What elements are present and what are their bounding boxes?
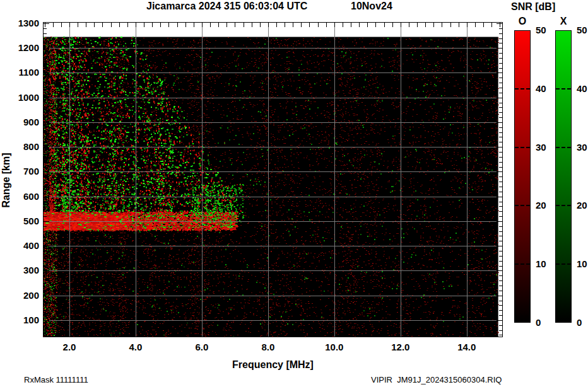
colorbar-tick-label-O-30: 30 — [536, 142, 555, 153]
ionogram-plot — [43, 22, 503, 337]
colorbar-tick-label-X-20: 20 — [577, 200, 588, 211]
colorbar-tick-label-O-40: 40 — [536, 84, 555, 94]
colorbar-x-label: X — [555, 16, 572, 27]
x-tick-label-4.0: 4.0 — [120, 342, 151, 352]
figure-date: 10Nov24 — [351, 1, 392, 12]
figure-title: Jicamarca 2024 315 06:03:04 UTC — [146, 1, 307, 12]
colorbar-tick-dash — [556, 263, 571, 265]
colorbar-o-gradient — [514, 30, 531, 323]
colorbar-tick-dash — [515, 88, 530, 90]
x-tick-label-12.0: 12.0 — [385, 342, 416, 352]
y-tick-label-1300: 1300 — [8, 18, 39, 28]
x-tick-label-2.0: 2.0 — [54, 342, 85, 352]
colorbar-tick-dash — [556, 147, 571, 148]
y-tick-label-700: 700 — [8, 166, 39, 176]
colorbar-tick-dash — [515, 263, 530, 265]
x-tick-label-10.0: 10.0 — [319, 342, 350, 352]
colorbar-tick-label-O-20: 20 — [536, 200, 555, 211]
y-tick-label-200: 200 — [8, 291, 39, 301]
ionogram-figure: Jicamarca 2024 315 06:03:04 UTC 10Nov24 … — [0, 0, 588, 387]
colorbar-tick-dash — [515, 147, 530, 148]
y-tick-label-1200: 1200 — [8, 43, 39, 53]
colorbar-x-gradient — [555, 30, 572, 323]
x-tick-label-8.0: 8.0 — [252, 342, 284, 352]
colorbar-tick-label-X-40: 40 — [577, 84, 588, 94]
colorbar-tick-dash — [556, 88, 571, 90]
colorbar-tick-dash — [515, 205, 530, 206]
colorbar-tick-label-O-50: 50 — [536, 25, 555, 35]
footer-filename: VIPIR JM91J_2024315060304.RIQ — [371, 375, 502, 384]
y-tick-label-600: 600 — [8, 192, 39, 202]
x-tick-label-14.0: 14.0 — [451, 342, 483, 352]
y-tick-label-500: 500 — [8, 216, 39, 226]
y-tick-label-1000: 1000 — [8, 93, 39, 103]
y-tick-label-100: 100 — [8, 315, 39, 325]
colorbar-title: SNR [dB] — [511, 1, 555, 13]
colorbar-o-label: O — [514, 16, 531, 27]
footer-rxmask: RxMask 11111111 — [24, 375, 88, 384]
colorbar-tick-label-O-0: 0 — [536, 318, 555, 328]
x-tick-label-6.0: 6.0 — [186, 342, 218, 352]
colorbar-tick-label-X-50: 50 — [577, 25, 588, 35]
x-axis-label: Frequency [MHz] — [43, 359, 503, 371]
y-tick-label-400: 400 — [8, 241, 39, 251]
colorbar-tick-label-O-10: 10 — [536, 259, 555, 269]
y-tick-label-900: 900 — [8, 117, 39, 127]
colorbar-tick-label-X-0: 0 — [577, 318, 588, 328]
colorbar-tick-label-X-30: 30 — [577, 142, 588, 153]
colorbar-tick-label-X-10: 10 — [577, 259, 588, 269]
colorbar-tick-dash — [556, 205, 571, 206]
y-axis-label: Range [km] — [1, 149, 12, 212]
y-tick-label-800: 800 — [8, 142, 39, 152]
y-tick-label-1100: 1100 — [8, 67, 39, 78]
y-tick-label-300: 300 — [8, 265, 39, 275]
